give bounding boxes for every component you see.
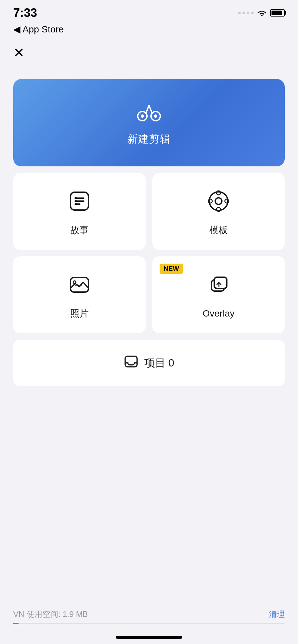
svg-line-4 xyxy=(146,106,149,113)
film-reel-icon xyxy=(207,190,230,216)
overlay-icon xyxy=(207,274,230,300)
back-label: App Store xyxy=(23,24,64,35)
new-badge: NEW xyxy=(160,264,183,274)
scissors-icon xyxy=(136,99,162,125)
projects-label: 项目 0 xyxy=(144,356,174,370)
svg-line-5 xyxy=(149,106,152,113)
status-bar: 7:33 xyxy=(0,0,298,22)
new-edit-card[interactable]: 新建剪辑 xyxy=(13,79,285,166)
svg-point-3 xyxy=(154,114,157,118)
list-icon xyxy=(68,190,91,216)
storage-bar-fill xyxy=(13,623,19,624)
storage-area: VN 使用空间: 1.9 MB 清理 xyxy=(0,609,298,624)
overlay-label: Overlay xyxy=(203,308,234,319)
back-button[interactable]: ◀ App Store xyxy=(13,24,285,35)
storage-clean-button[interactable]: 清理 xyxy=(269,609,285,620)
signal-dots-icon xyxy=(238,12,254,14)
photo-icon xyxy=(68,273,91,299)
projects-card[interactable]: 项目 0 xyxy=(13,340,285,386)
svg-point-20 xyxy=(73,281,76,283)
svg-rect-11 xyxy=(75,200,77,202)
svg-point-14 xyxy=(215,198,222,204)
home-indicator xyxy=(116,636,182,639)
template-card[interactable]: 模板 xyxy=(152,173,285,250)
photos-card[interactable]: 照片 xyxy=(13,256,146,333)
story-label: 故事 xyxy=(70,224,89,236)
options-grid: 故事 模板 xyxy=(13,173,285,333)
svg-point-2 xyxy=(141,114,144,118)
overlay-card[interactable]: NEW Overlay xyxy=(152,256,285,333)
storage-bar xyxy=(13,623,285,624)
close-button-area: ✕ xyxy=(0,39,298,59)
new-edit-label: 新建剪辑 xyxy=(127,132,171,147)
back-arrow-icon: ◀ xyxy=(13,24,21,35)
photos-label: 照片 xyxy=(70,307,89,320)
storage-row: VN 使用空间: 1.9 MB 清理 xyxy=(13,609,285,620)
storage-text: VN 使用空间: 1.9 MB xyxy=(13,609,88,620)
status-icons xyxy=(238,9,285,17)
inbox-icon xyxy=(124,354,138,372)
main-content: 新建剪辑 故事 xyxy=(0,59,298,396)
nav-bar: ◀ App Store xyxy=(0,22,298,39)
battery-icon xyxy=(270,9,285,17)
status-time: 7:33 xyxy=(13,6,37,20)
svg-rect-10 xyxy=(75,197,77,199)
template-label: 模板 xyxy=(209,224,228,236)
svg-rect-12 xyxy=(75,203,77,205)
story-card[interactable]: 故事 xyxy=(13,173,146,250)
wifi-icon xyxy=(257,9,267,17)
close-button[interactable]: ✕ xyxy=(13,46,285,59)
svg-rect-22 xyxy=(214,277,227,288)
